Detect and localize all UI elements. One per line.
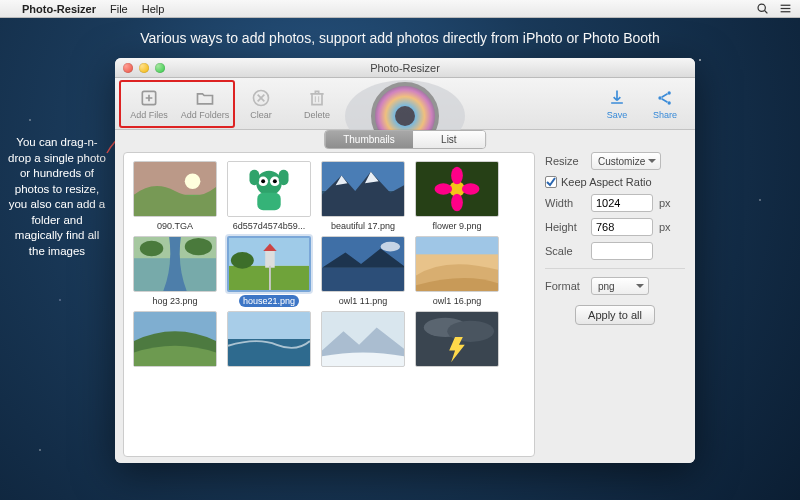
thumbnail-filename: 090.TGA <box>153 220 197 232</box>
keep-aspect-label: Keep Aspect Ratio <box>561 176 652 188</box>
add-files-button[interactable]: Add Files <box>121 81 177 127</box>
notification-center-icon[interactable] <box>779 2 792 15</box>
thumbnail-item[interactable]: hog 23.png <box>130 236 220 307</box>
thumbnail-item[interactable] <box>412 311 502 379</box>
tab-thumbnails[interactable]: Thumbnails <box>325 131 413 148</box>
svg-rect-33 <box>279 170 289 185</box>
thumbnail-image <box>133 161 217 217</box>
clear-button[interactable]: Clear <box>233 81 289 127</box>
thumbnail-filename: house21.png <box>239 295 299 307</box>
svg-point-29 <box>261 179 265 183</box>
svg-rect-31 <box>257 193 280 210</box>
scale-input[interactable] <box>591 242 653 260</box>
save-icon <box>607 88 627 108</box>
thumbnail-image <box>227 161 311 217</box>
save-label: Save <box>607 110 628 120</box>
thumbnail-image <box>321 311 405 367</box>
svg-rect-48 <box>265 251 275 268</box>
share-icon <box>655 88 675 108</box>
height-input[interactable] <box>591 218 653 236</box>
window-titlebar[interactable]: Photo-Resizer <box>115 58 695 78</box>
thumbnail-image <box>227 311 311 367</box>
thumbnail-item[interactable]: house21.png <box>224 236 314 307</box>
thumbnail-item[interactable]: owl1 16.png <box>412 236 502 307</box>
svg-line-20 <box>662 93 668 96</box>
thumbnail-item[interactable]: beautiful 17.png <box>318 161 408 232</box>
app-window: Photo-Resizer Add Files Add Folders <box>115 58 695 463</box>
thumbnail-item[interactable]: owl1 11.png <box>318 236 408 307</box>
svg-point-8 <box>395 106 415 126</box>
toolbar: Add Files Add Folders Clear Delete Save … <box>115 78 695 130</box>
width-label: Width <box>545 197 585 209</box>
thumbnail-filename: hog 23.png <box>148 295 201 307</box>
thumbnail-image <box>227 236 311 292</box>
share-label: Share <box>653 110 677 120</box>
add-folders-button[interactable]: Add Folders <box>177 81 233 127</box>
svg-line-21 <box>662 98 668 101</box>
menubar-file[interactable]: File <box>110 3 128 15</box>
resize-label: Resize <box>545 155 585 167</box>
add-files-icon <box>139 88 159 108</box>
mac-menubar: Photo-Resizer File Help <box>0 0 800 18</box>
svg-point-53 <box>381 242 401 252</box>
svg-point-19 <box>668 101 671 104</box>
format-select[interactable]: png <box>591 277 649 295</box>
thumbnail-image <box>415 161 499 217</box>
height-label: Height <box>545 221 585 233</box>
svg-rect-52 <box>322 268 404 291</box>
width-unit: px <box>659 197 677 209</box>
thumbnail-item[interactable] <box>130 311 220 379</box>
options-panel: Resize Customize Keep Aspect Ratio Width… <box>535 130 695 463</box>
thumbnail-item[interactable] <box>224 311 314 379</box>
svg-rect-32 <box>249 170 259 185</box>
clear-label: Clear <box>250 110 272 120</box>
view-mode-tabs: Thumbnails List <box>324 130 486 149</box>
thumbnail-item[interactable] <box>318 311 408 379</box>
svg-point-40 <box>435 183 453 195</box>
thumbnail-filename: owl1 16.png <box>429 295 486 307</box>
thumbnail-filename: flower 9.png <box>428 220 485 232</box>
svg-point-0 <box>758 4 765 11</box>
svg-point-24 <box>185 174 201 189</box>
svg-point-45 <box>185 238 212 255</box>
apply-to-all-button[interactable]: Apply to all <box>575 305 655 325</box>
delete-label: Delete <box>304 110 330 120</box>
thumbnail-item[interactable]: 6d557d4574b59... <box>224 161 314 232</box>
svg-line-1 <box>765 11 768 14</box>
save-button[interactable]: Save <box>593 81 641 127</box>
thumbnail-image <box>415 311 499 367</box>
thumbnail-image <box>321 161 405 217</box>
delete-button[interactable]: Delete <box>289 81 345 127</box>
menubar-app-name[interactable]: Photo-Resizer <box>22 3 96 15</box>
annotation-top: Various ways to add photos, support add … <box>50 30 750 46</box>
tab-list[interactable]: List <box>413 131 485 148</box>
thumbnail-item[interactable]: flower 9.png <box>412 161 502 232</box>
thumbnail-image <box>133 236 217 292</box>
window-title: Photo-Resizer <box>115 62 695 74</box>
height-unit: px <box>659 221 677 233</box>
thumbnail-item[interactable]: 090.TGA <box>130 161 220 232</box>
thumbnail-image <box>321 236 405 292</box>
thumbnail-image <box>415 236 499 292</box>
share-button[interactable]: Share <box>641 81 689 127</box>
svg-point-30 <box>273 179 277 183</box>
menubar-help[interactable]: Help <box>142 3 165 15</box>
checkbox-icon <box>545 176 557 188</box>
svg-point-39 <box>451 194 463 211</box>
annotation-left: You can drag-n-drop a single photo or hu… <box>8 135 106 259</box>
thumbnail-filename: owl1 11.png <box>335 295 392 307</box>
resize-select[interactable]: Customize <box>591 152 661 170</box>
thumbnail-grid[interactable]: 090.TGA6d557d4574b59...beautiful 17.pngf… <box>123 152 535 457</box>
svg-point-50 <box>231 252 254 269</box>
keep-aspect-checkbox[interactable]: Keep Aspect Ratio <box>545 176 685 188</box>
svg-point-17 <box>658 96 661 99</box>
add-files-label: Add Files <box>130 110 168 120</box>
spotlight-icon[interactable] <box>756 2 769 15</box>
scale-label: Scale <box>545 245 585 257</box>
svg-point-44 <box>140 241 163 256</box>
thumbnail-image <box>133 311 217 367</box>
format-label: Format <box>545 280 585 292</box>
thumbnail-filename: beautiful 17.png <box>327 220 399 232</box>
width-input[interactable] <box>591 194 653 212</box>
svg-rect-55 <box>416 237 498 254</box>
